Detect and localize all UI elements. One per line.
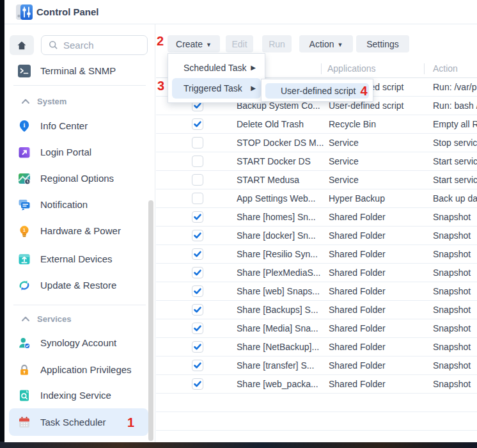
run-button[interactable]: Run (262, 35, 292, 52)
sidebar-item-indexing-service[interactable]: Indexing Service (9, 382, 148, 408)
create-button[interactable]: Create▼ (168, 35, 220, 52)
application-cell: Service (329, 152, 430, 170)
sidebar-item-login-portal[interactable]: Login Portal (9, 139, 148, 165)
action-cell: Snapshot (433, 208, 477, 226)
task-name-cell: Share [transfer] S... (237, 356, 326, 374)
menu-item-triggered-task[interactable]: Triggered Task ▶ (172, 78, 261, 99)
table-row[interactable]: START Docker DS Service Start servic (156, 152, 477, 171)
table-row[interactable]: Share [NetBackup]... Shared Folder Snaps… (156, 338, 477, 356)
row-checkbox[interactable] (192, 248, 203, 260)
application-cell: Service (329, 171, 430, 189)
row-checkbox[interactable] (192, 341, 203, 353)
action-cell: Start servic (433, 152, 477, 170)
menu-item-user-defined-script[interactable]: User-defined script 4 (265, 83, 369, 99)
check-icon (193, 231, 202, 240)
desktop-wallpaper-strip (0, 442, 477, 448)
row-checkbox[interactable] (192, 360, 203, 371)
application-cell: Shared Folder (329, 208, 430, 226)
table-row[interactable]: Share [web] Snaps... Shared Folder Snaps… (156, 282, 477, 301)
sidebar-section-services[interactable]: Services (9, 311, 148, 326)
regional-options-icon (18, 172, 31, 185)
table-row[interactable]: START Medusa Service Start servic (156, 171, 477, 189)
search-input[interactable]: Search (41, 35, 148, 55)
row-checkbox[interactable] (192, 378, 203, 390)
check-icon (193, 342, 202, 351)
settings-button[interactable]: Settings (356, 35, 409, 52)
sidebar-section-system[interactable]: System (9, 93, 148, 109)
control-panel-app-icon (16, 4, 33, 20)
sidebar-item-label: Synology Account (40, 337, 116, 348)
task-name-cell: Share [docker] Sn... (237, 227, 326, 244)
sidebar-item-notification[interactable]: Notification (9, 191, 148, 218)
task-name-cell: Share [PlexMediaS... (237, 264, 326, 282)
menu-item-scheduled-task[interactable]: Scheduled Task ▶ (168, 58, 265, 78)
check-icon (193, 268, 202, 277)
chevron-up-icon (21, 97, 30, 105)
info-center-icon: i (18, 120, 31, 132)
task-name-cell: App Settings Web... (237, 189, 326, 207)
row-checkbox[interactable] (192, 137, 203, 148)
sidebar-item-label: Task Scheduler (40, 417, 106, 428)
table-row[interactable]: Share [web_packa... Shared Folder Snapsh… (156, 375, 477, 394)
row-checkbox[interactable] (192, 323, 203, 334)
row-checkbox[interactable] (192, 211, 203, 223)
sidebar-item-label: Application Privileges (40, 364, 132, 375)
column-divider (321, 63, 322, 74)
table-row[interactable]: Share [docker] Sn... Shared Folder Snaps… (156, 227, 477, 245)
application-cell: Shared Folder (329, 245, 430, 263)
table-row[interactable]: Share [Media] Sna... Shared Folder Snaps… (156, 319, 477, 338)
column-divider (424, 63, 425, 74)
column-header-applications[interactable]: Applications (327, 60, 376, 77)
sidebar-item-update-restore[interactable]: Update & Restore (9, 272, 148, 298)
table-row[interactable]: Share [homes] Sn... Shared Folder Snapsh… (156, 208, 477, 227)
application-cell: Service (329, 134, 430, 152)
task-name-cell: STOP Docker DS M... (237, 134, 326, 152)
row-checkbox[interactable] (192, 285, 203, 297)
sidebar-item-synology-account[interactable]: Synology Account (9, 330, 148, 356)
notification-icon (18, 198, 31, 211)
terminal-icon (18, 65, 31, 77)
sidebar-scrollbar-thumb[interactable] (148, 200, 153, 441)
table-row[interactable]: Share [Resilio Syn... Shared Folder Snap… (156, 245, 477, 264)
sidebar-item-task-scheduler[interactable]: Task Scheduler 1 (9, 408, 148, 436)
action-cell: Stop servic (433, 134, 477, 152)
sidebar-item-application-privileges[interactable]: Application Privileges (9, 356, 148, 383)
application-cell: Shared Folder (329, 282, 430, 300)
control-panel-window: Control Panel Search Terminal & SNMP Sys… (4, 0, 477, 442)
row-checkbox[interactable] (192, 174, 203, 186)
edit-button[interactable]: Edit (226, 35, 253, 52)
column-header-action[interactable]: Action (433, 60, 458, 77)
sidebar-divider (13, 305, 146, 305)
search-placeholder: Search (63, 40, 94, 51)
application-cell: Shared Folder (329, 264, 430, 282)
action-cell: Snapshot (433, 245, 477, 263)
sidebar-item-external-devices[interactable]: External Devices (9, 246, 148, 272)
row-checkbox[interactable] (192, 304, 203, 316)
page-title: Control Panel (36, 0, 99, 24)
synology-account-icon (18, 337, 31, 349)
table-row[interactable]: STOP Docker DS M... Service Stop servic (156, 134, 477, 152)
table-row[interactable]: Share [PlexMediaS... Shared Folder Snaps… (156, 264, 477, 282)
application-cell: Shared Folder (329, 227, 430, 244)
table-row[interactable]: App Settings Web... Hyper Backup Back up… (156, 189, 477, 208)
check-icon (193, 305, 202, 314)
sidebar-item-hardware-power[interactable]: 1 Hardware & Power (9, 218, 148, 244)
row-checkbox[interactable] (192, 118, 203, 130)
row-checkbox[interactable] (192, 267, 203, 278)
task-name-cell: Share [Media] Sna... (237, 319, 326, 337)
row-checkbox[interactable] (192, 193, 203, 204)
home-button[interactable] (10, 35, 34, 55)
sidebar-item-terminal-snmp[interactable]: Terminal & SNMP (9, 58, 148, 84)
row-checkbox[interactable] (192, 230, 203, 241)
action-cell: Snapshot (433, 264, 477, 282)
table-row[interactable]: Share [Backups] S... Shared Folder Snaps… (156, 301, 477, 319)
check-icon (193, 324, 202, 333)
table-row[interactable]: Share [transfer] S... Shared Folder Snap… (156, 356, 477, 375)
action-button[interactable]: Action▼ (299, 35, 353, 52)
sidebar-item-info-center[interactable]: i Info Center (9, 113, 148, 139)
action-cell: Snapshot (433, 375, 477, 393)
row-checkbox[interactable] (192, 156, 203, 167)
sidebar-item-regional-options[interactable]: Regional Options (9, 165, 148, 191)
table-row[interactable]: Delete Old Trash Recycle Bin Empty all R (156, 115, 477, 134)
submenu-arrow-icon: ▶ (251, 78, 256, 99)
